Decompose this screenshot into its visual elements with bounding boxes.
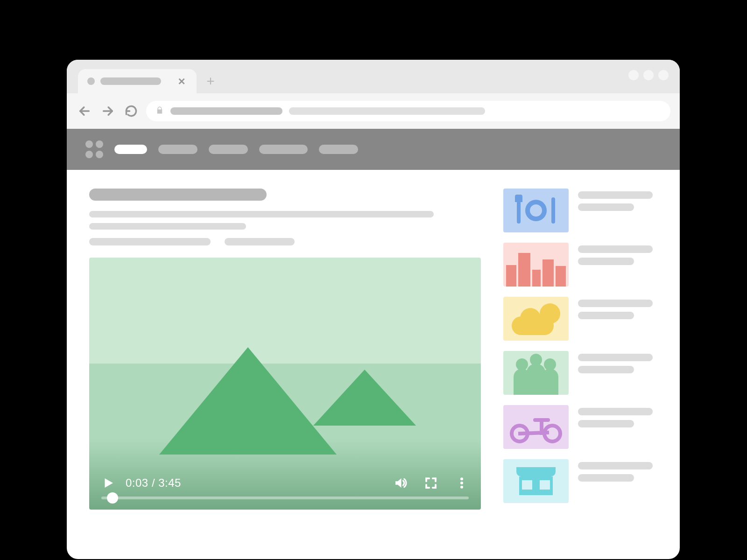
forward-button[interactable] (99, 103, 116, 119)
svg-marker-2 (105, 478, 113, 488)
shop-icon (503, 459, 569, 503)
weather-icon (503, 297, 569, 341)
related-title (578, 245, 653, 253)
tab-favicon (87, 77, 95, 85)
related-title (578, 354, 653, 361)
article-body-line (89, 211, 434, 217)
reload-button[interactable] (123, 103, 140, 119)
article-title (89, 189, 267, 201)
nav-item[interactable] (319, 145, 358, 154)
lock-icon (155, 106, 164, 116)
bike-icon (503, 405, 569, 449)
close-tab-icon[interactable]: × (176, 76, 187, 87)
back-button[interactable] (76, 103, 93, 119)
tab-title (100, 77, 161, 85)
svg-point-4 (460, 482, 463, 484)
related-item[interactable] (503, 459, 657, 503)
related-subtitle (578, 474, 634, 482)
article-meta (225, 238, 295, 245)
svg-point-3 (460, 477, 463, 480)
related-subtitle (578, 258, 634, 265)
nav-item-active[interactable] (114, 145, 147, 154)
new-tab-button[interactable]: + (201, 72, 220, 91)
tab-strip: × + (67, 60, 680, 93)
main-column: 0:03 / 3:45 (89, 189, 481, 559)
address-host (170, 107, 282, 115)
related-title (578, 300, 653, 307)
related-title (578, 408, 653, 415)
video-controls: 0:03 / 3:45 (89, 468, 481, 510)
toolbar (67, 93, 680, 129)
window-maximize-button[interactable] (643, 70, 654, 80)
related-subtitle (578, 366, 634, 373)
related-item[interactable] (503, 351, 657, 395)
volume-icon[interactable] (393, 476, 407, 490)
site-navbar (67, 129, 680, 170)
video-time-display: 0:03 / 3:45 (126, 476, 181, 490)
play-button[interactable] (101, 476, 115, 490)
related-sidebar (503, 189, 657, 559)
page-content: 0:03 / 3:45 (67, 170, 680, 559)
related-subtitle (578, 203, 634, 211)
nav-item[interactable] (209, 145, 248, 154)
address-bar[interactable] (146, 101, 670, 121)
related-title (578, 191, 653, 199)
people-icon (503, 351, 569, 395)
fullscreen-icon[interactable] (424, 476, 438, 490)
nav-item[interactable] (158, 145, 197, 154)
address-path (289, 107, 485, 115)
food-icon (503, 189, 569, 232)
related-item[interactable] (503, 189, 657, 232)
window-close-button[interactable] (658, 70, 669, 80)
browser-window: × + (67, 60, 680, 559)
video-progress-bar[interactable] (101, 497, 469, 499)
article-meta (89, 238, 211, 245)
article-body-line (89, 223, 246, 230)
nav-item[interactable] (259, 145, 308, 154)
video-player[interactable]: 0:03 / 3:45 (89, 258, 481, 510)
svg-point-5 (460, 486, 463, 489)
browser-tab[interactable]: × (78, 69, 197, 93)
related-item[interactable] (503, 297, 657, 341)
more-options-icon[interactable] (455, 476, 469, 490)
related-item[interactable] (503, 243, 657, 287)
related-title (578, 462, 653, 469)
related-item[interactable] (503, 405, 657, 449)
window-controls (628, 70, 669, 80)
related-subtitle (578, 420, 634, 427)
city-icon (503, 243, 569, 287)
related-subtitle (578, 312, 634, 319)
site-logo[interactable] (85, 140, 103, 158)
window-minimize-button[interactable] (628, 70, 639, 80)
progress-knob[interactable] (107, 492, 118, 504)
